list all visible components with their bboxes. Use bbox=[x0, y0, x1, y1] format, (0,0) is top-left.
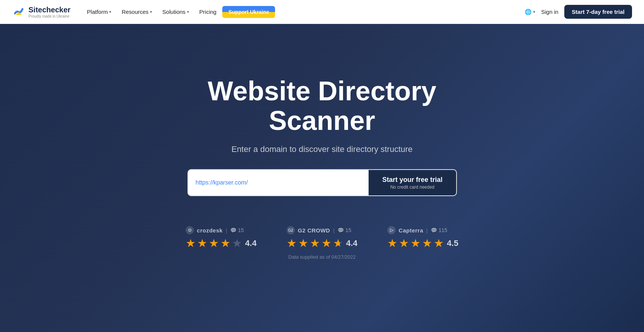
search-submit-button[interactable]: Start your free trial No credit card nee… bbox=[369, 170, 456, 195]
capterra-stars: ★ ★ ★ ★ ★ 4.5 bbox=[387, 237, 458, 250]
crozdesk-reviews: 💬 15 bbox=[230, 227, 244, 233]
ratings-section: ⊙ crozdesk | 💬 15 ★ ★ ★ ★ ★ 4.4 bbox=[186, 219, 458, 260]
chevron-down-icon: ▾ bbox=[150, 10, 152, 14]
nav-platform[interactable]: Platform ▾ bbox=[82, 6, 116, 18]
g2crowd-logo-icon: G2 bbox=[287, 226, 295, 234]
star-empty: ★ bbox=[232, 237, 242, 250]
hero-section: Website Directory Scanner Enter a domain… bbox=[0, 24, 644, 332]
support-ukraine-button[interactable]: Support Ukraine bbox=[222, 6, 275, 18]
g2crowd-name: G2 CROWD bbox=[298, 227, 330, 234]
star-2: ★ bbox=[298, 237, 308, 250]
capterra-reviews: 💬 115 bbox=[431, 227, 447, 233]
search-input[interactable] bbox=[188, 173, 369, 193]
chat-icon: 💬 bbox=[338, 227, 344, 233]
star-4: ★ bbox=[321, 237, 332, 250]
nav-links: Platform ▾ Resources ▾ Solutions ▾ Prici… bbox=[82, 6, 275, 18]
search-box: Start your free trial No credit card nee… bbox=[187, 169, 457, 196]
data-supplied-label: Data supplied as of 04/27/2022 bbox=[289, 254, 356, 260]
crozdesk-score: 4.4 bbox=[245, 238, 257, 248]
navbar-right: 🌐 ▾ Sign in Start 7-day free trial bbox=[525, 5, 632, 19]
hero-subtitle: Enter a domain to discover site director… bbox=[231, 144, 412, 154]
rating-header-crozdesk: ⊙ crozdesk | 💬 15 bbox=[186, 226, 244, 234]
nav-pricing[interactable]: Pricing bbox=[195, 6, 221, 18]
hero-title: Website Directory Scanner bbox=[154, 76, 491, 135]
crozdesk-logo-icon: ⊙ bbox=[186, 226, 194, 234]
sign-in-link[interactable]: Sign in bbox=[541, 9, 558, 15]
star-3: ★ bbox=[310, 237, 320, 250]
logo[interactable]: Sitechecker Proudly made in Ukraine bbox=[12, 5, 70, 19]
g2crowd-reviews: 💬 15 bbox=[338, 227, 351, 233]
rating-crozdesk: ⊙ crozdesk | 💬 15 ★ ★ ★ ★ ★ 4.4 bbox=[186, 226, 257, 250]
cta-main-label: Start your free trial bbox=[382, 176, 442, 184]
star-3: ★ bbox=[209, 237, 219, 250]
logo-icon bbox=[12, 5, 25, 19]
nav-resources[interactable]: Resources ▾ bbox=[117, 6, 156, 18]
star-half: ★ bbox=[333, 237, 343, 250]
navbar: Sitechecker Proudly made in Ukraine Plat… bbox=[0, 0, 644, 24]
star-2: ★ bbox=[197, 237, 207, 250]
crozdesk-name: crozdesk bbox=[197, 227, 223, 234]
cta-sub-label: No credit card needed bbox=[390, 185, 434, 190]
rating-header-capterra: ▷ Capterra | 💬 115 bbox=[387, 226, 447, 234]
chat-icon: 💬 bbox=[230, 227, 236, 233]
chevron-down-icon: ▾ bbox=[533, 10, 535, 14]
chat-icon: 💬 bbox=[431, 227, 437, 233]
rating-g2crowd: G2 G2 CROWD | 💬 15 ★ ★ ★ ★ ★ 4.4 bbox=[287, 226, 358, 250]
star-2: ★ bbox=[399, 237, 409, 250]
star-3: ★ bbox=[410, 237, 421, 250]
g2crowd-score: 4.4 bbox=[346, 238, 358, 248]
star-1: ★ bbox=[287, 237, 297, 250]
rating-capterra: ▷ Capterra | 💬 115 ★ ★ ★ ★ ★ 4.5 bbox=[387, 226, 458, 250]
language-selector[interactable]: 🌐 ▾ bbox=[525, 9, 535, 15]
star-half: ★ bbox=[434, 237, 444, 250]
logo-text: Sitechecker Proudly made in Ukraine bbox=[28, 6, 70, 18]
start-trial-button[interactable]: Start 7-day free trial bbox=[564, 5, 632, 19]
logo-tagline: Proudly made in Ukraine bbox=[28, 14, 70, 18]
navbar-left: Sitechecker Proudly made in Ukraine Plat… bbox=[12, 5, 275, 19]
nav-solutions[interactable]: Solutions ▾ bbox=[158, 6, 193, 18]
ratings-row: ⊙ crozdesk | 💬 15 ★ ★ ★ ★ ★ 4.4 bbox=[186, 226, 458, 250]
capterra-score: 4.5 bbox=[447, 238, 458, 248]
rating-header-g2crowd: G2 G2 CROWD | 💬 15 bbox=[287, 226, 351, 234]
star-1: ★ bbox=[387, 237, 397, 250]
star-4: ★ bbox=[422, 237, 432, 250]
globe-icon: 🌐 bbox=[525, 9, 532, 15]
g2crowd-stars: ★ ★ ★ ★ ★ 4.4 bbox=[287, 237, 358, 250]
chevron-down-icon: ▾ bbox=[187, 10, 189, 14]
star-half: ★ bbox=[220, 237, 231, 250]
star-1: ★ bbox=[186, 237, 196, 250]
capterra-logo-icon: ▷ bbox=[387, 226, 396, 234]
crozdesk-stars: ★ ★ ★ ★ ★ 4.4 bbox=[186, 237, 257, 250]
capterra-name: Capterra bbox=[399, 227, 423, 234]
chevron-down-icon: ▾ bbox=[109, 10, 111, 14]
logo-name: Sitechecker bbox=[28, 6, 70, 14]
